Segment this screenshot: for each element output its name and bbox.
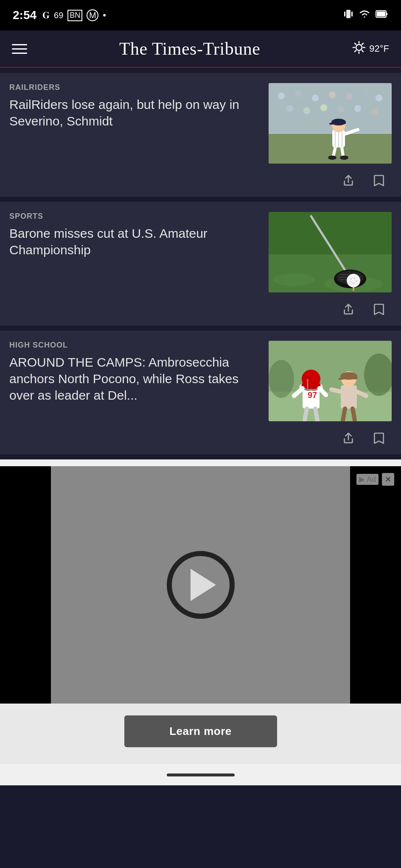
svg-point-44 [340, 156, 348, 160]
news-headline: AROUND THE CAMPS: Ambrosecchia anchors N… [9, 354, 261, 403]
svg-rect-42 [329, 123, 334, 125]
news-text: SPORTS Barone misses cut at U.S. Amateur… [9, 212, 261, 258]
svg-rect-5 [386, 13, 387, 15]
card-actions [9, 421, 392, 448]
svg-line-74 [305, 409, 307, 420]
news-text: RAILRIDERS RailRiders lose again, but he… [9, 83, 261, 129]
svg-line-11 [355, 43, 356, 45]
svg-point-29 [354, 105, 361, 112]
svg-point-57 [350, 278, 352, 280]
google-icon: 𝐆 [42, 10, 50, 21]
svg-rect-76 [341, 385, 357, 409]
share-button[interactable] [339, 300, 358, 319]
hamburger-line-1 [12, 44, 27, 45]
news-card-content: SPORTS Barone misses cut at U.S. Amateur… [9, 212, 392, 292]
news-card-highschool-football[interactable]: HIGH SCHOOL AROUND THE CAMPS: Ambrosecch… [0, 331, 401, 454]
share-button[interactable] [339, 429, 358, 448]
news-text: HIGH SCHOOL AROUND THE CAMPS: Ambrosecch… [9, 341, 261, 403]
svg-point-61 [350, 281, 352, 283]
svg-line-12 [362, 50, 363, 52]
play-triangle-icon [191, 569, 216, 601]
svg-point-23 [363, 91, 370, 97]
svg-point-24 [376, 95, 382, 101]
adchoices-icon[interactable]: ▶ Ad [356, 474, 379, 485]
svg-point-47 [273, 273, 315, 286]
ad-video-left-bar [0, 466, 51, 704]
ad-video-center[interactable] [51, 466, 350, 704]
svg-rect-4 [377, 11, 385, 17]
news-category: SPORTS [9, 212, 261, 221]
ad-top-badges: ▶ Ad × [356, 473, 394, 486]
svg-point-60 [353, 282, 355, 284]
hamburger-menu-button[interactable] [12, 44, 27, 54]
news-image: 97 [269, 341, 392, 421]
weather-temp: 92°F [369, 43, 389, 54]
news-card-sports-golf[interactable]: SPORTS Barone misses cut at U.S. Amateur… [0, 202, 401, 326]
svg-rect-1 [344, 11, 345, 17]
news-headline: Barone misses cut at U.S. Amateur Champi… [9, 225, 261, 258]
site-title: The Times-Tribune [27, 39, 352, 59]
status-time: 2:54 [13, 8, 36, 22]
share-button[interactable] [339, 171, 358, 190]
news-card-content: HIGH SCHOOL AROUND THE CAMPS: Ambrosecch… [9, 341, 392, 421]
svg-line-33 [342, 146, 343, 157]
bn-icon: BN [67, 10, 82, 21]
svg-line-14 [355, 50, 356, 52]
svg-point-20 [312, 95, 319, 101]
news-card-railriders[interactable]: RAILRIDERS RailRiders lose again, but he… [0, 73, 401, 197]
svg-line-13 [362, 43, 363, 45]
status-left: 2:54 𝐆 69 BN M • [13, 8, 106, 22]
status-right [343, 9, 388, 22]
svg-text:97: 97 [308, 390, 317, 400]
news-image [269, 83, 392, 164]
svg-point-65 [269, 360, 294, 398]
bookmark-button[interactable] [370, 300, 388, 319]
news-card-content: RAILRIDERS RailRiders lose again, but he… [9, 83, 392, 164]
ad-close-button[interactable]: × [382, 473, 394, 486]
learn-more-button[interactable]: Learn more [124, 715, 277, 747]
home-indicator-bar [167, 773, 235, 776]
svg-point-22 [346, 93, 353, 100]
svg-point-56 [347, 274, 360, 287]
play-button[interactable] [167, 551, 235, 619]
svg-point-28 [337, 106, 344, 113]
svg-rect-63 [269, 392, 392, 421]
svg-point-6 [356, 45, 362, 50]
svg-point-26 [303, 107, 310, 114]
news-headline: RailRiders lose again, but help on way i… [9, 96, 261, 129]
svg-line-81 [331, 389, 341, 392]
news-image [269, 212, 392, 292]
svg-line-75 [315, 409, 317, 420]
card-actions [9, 164, 392, 190]
svg-rect-2 [351, 11, 353, 17]
bookmark-button[interactable] [370, 171, 388, 190]
news-feed: RAILRIDERS RailRiders lose again, but he… [0, 73, 401, 454]
vibrate-icon [343, 9, 353, 22]
hamburger-line-3 [12, 53, 27, 54]
weather-widget: 92°F [352, 41, 389, 57]
svg-point-25 [286, 105, 293, 112]
svg-rect-80 [338, 378, 343, 380]
card-actions [9, 292, 392, 319]
news-category: HIGH SCHOOL [9, 341, 261, 350]
69-icon: 69 [54, 11, 63, 20]
ad-section: ▶ Ad × Learn more [0, 459, 401, 764]
news-category: RAILRIDERS [9, 83, 261, 92]
sun-icon [352, 41, 366, 57]
svg-point-27 [320, 104, 327, 111]
svg-point-43 [328, 156, 337, 160]
svg-point-18 [278, 92, 285, 99]
status-icons: 𝐆 69 BN M • [42, 9, 106, 21]
dot-icon: • [103, 10, 106, 21]
svg-point-19 [295, 90, 302, 97]
ad-video-container[interactable]: ▶ Ad × [0, 466, 401, 704]
svg-line-83 [343, 409, 345, 420]
svg-point-58 [353, 277, 356, 279]
bookmark-button[interactable] [370, 429, 388, 448]
status-bar: 2:54 𝐆 69 BN M • [0, 0, 401, 31]
svg-rect-41 [331, 121, 346, 124]
battery-icon [376, 10, 388, 21]
svg-line-84 [353, 409, 355, 420]
header: The Times-Tribune 92°F [0, 31, 401, 68]
m-icon: M [87, 9, 98, 21]
